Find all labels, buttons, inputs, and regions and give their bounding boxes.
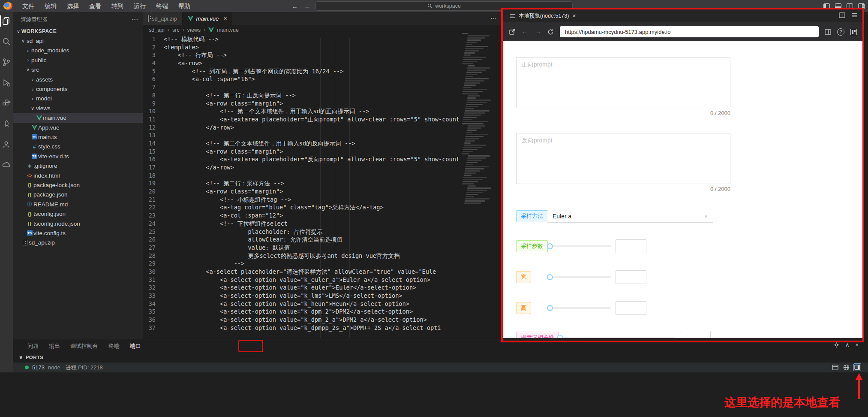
port-row[interactable]: 5173 node - 进程 PID: 2218: [13, 363, 868, 372]
breadcrumb[interactable]: sd_api›src›views›main.vue: [143, 25, 503, 35]
tree-item-main-vue[interactable]: main.vue: [13, 113, 143, 123]
menu-item-3[interactable]: 查看: [84, 0, 106, 12]
tree-item-sd-api[interactable]: ∨sd_api: [13, 36, 143, 45]
preview-in-editor-icon[interactable]: [853, 363, 861, 371]
rocket-icon[interactable]: [2, 119, 11, 129]
tree-item-model[interactable]: ›model: [13, 94, 143, 103]
editor-more-actions-icon[interactable]: ⋯: [490, 15, 497, 21]
param-input-0[interactable]: [616, 239, 646, 253]
tree-item-tsconfig-json[interactable]: {}tsconfig.json: [13, 209, 143, 218]
slider-handle[interactable]: [557, 335, 563, 338]
gear-icon[interactable]: [833, 342, 839, 348]
panel-close-icon[interactable]: ×: [855, 341, 859, 348]
preview-forward-icon[interactable]: →: [535, 28, 541, 36]
minimap[interactable]: [462, 33, 489, 210]
menu-item-1[interactable]: 编辑: [39, 0, 62, 12]
cloud-icon[interactable]: [2, 160, 11, 170]
tree-item-style-css[interactable]: #style.css: [13, 142, 143, 151]
extensions-icon[interactable]: [2, 99, 11, 108]
code-editor[interactable]: 1<!-- 模板代码 -->2<template>3 <!-- 行布局 -->4…: [143, 35, 461, 338]
preview-split-layout-icon[interactable]: [839, 12, 845, 18]
tree-item-app-vue[interactable]: App.vue: [13, 123, 143, 132]
search-icon[interactable]: [2, 37, 11, 46]
menu-item-0[interactable]: 文件: [17, 0, 39, 12]
menu-item-2[interactable]: 选择: [62, 0, 84, 12]
tree-item-label: vite-env.d.ts: [38, 153, 69, 160]
breadcrumb-item[interactable]: sd_api: [149, 27, 165, 33]
panel-tab-1[interactable]: 输出: [45, 341, 64, 352]
split-editor-icon[interactable]: [847, 3, 853, 9]
tree-item-index-html[interactable]: <>index.html: [13, 171, 143, 180]
panel-tab-ports[interactable]: 端口: [126, 341, 145, 352]
menu-item-4[interactable]: 转到: [106, 0, 129, 12]
customize-layout-icon[interactable]: [858, 3, 865, 9]
negative-prompt-textarea[interactable]: [516, 133, 730, 184]
slider-handle[interactable]: [547, 305, 553, 311]
minimap-mark: [465, 80, 484, 82]
open-external-icon[interactable]: [509, 28, 516, 35]
ports-chevron-icon[interactable]: ∨: [19, 354, 23, 360]
panel-maximize-icon[interactable]: ∧: [845, 341, 850, 348]
param-slider-2[interactable]: [548, 305, 611, 311]
run-debug-icon[interactable]: [2, 78, 11, 88]
tree-item-components[interactable]: ›components: [13, 84, 143, 94]
tree-item-main-ts[interactable]: TSmain.ts: [13, 132, 143, 142]
toggle-sidebar-icon[interactable]: [823, 3, 830, 9]
editor-tab-main-vue[interactable]: main.vue×: [183, 12, 233, 25]
preview-url-input[interactable]: [560, 26, 819, 37]
menu-item-7[interactable]: 帮助: [173, 0, 195, 12]
explorer-icon[interactable]: [2, 16, 11, 26]
tree-item-readme-md[interactable]: ⓘREADME.md: [13, 199, 143, 209]
param-slider-0[interactable]: [548, 243, 611, 249]
tree-item-tsconfig-node-json[interactable]: {}tsconfig.node.json: [13, 219, 143, 228]
breadcrumb-item[interactable]: main.vue: [217, 27, 239, 33]
panel-tab-3[interactable]: 终端: [104, 341, 124, 352]
tree-item-public[interactable]: ›public: [13, 55, 143, 65]
editor-tab-sd-api-zip[interactable]: sd_api.zip: [143, 12, 183, 25]
tree-item-src[interactable]: ∨src: [13, 65, 143, 75]
tree-item-package-lock-json[interactable]: {}package-lock.json: [13, 180, 143, 190]
breadcrumb-item[interactable]: src: [172, 27, 180, 33]
panel-tab-2[interactable]: 调试控制台: [66, 341, 102, 352]
history-back-icon[interactable]: ←: [291, 3, 298, 10]
preview-tab-title[interactable]: 本地预览(node:5173): [519, 12, 569, 20]
tree-item-package-json[interactable]: {}package.json: [13, 190, 143, 199]
slider-handle[interactable]: [547, 274, 553, 280]
tree-item--gitignore[interactable]: ◈.gitignore: [13, 161, 143, 170]
tab-close-icon[interactable]: ×: [223, 15, 227, 22]
history-forward-icon[interactable]: →: [304, 3, 310, 10]
tree-item-assets[interactable]: ›assets: [13, 75, 143, 84]
param-input-3[interactable]: [680, 331, 711, 338]
toggle-panel-icon[interactable]: [835, 3, 841, 9]
param-slider-3[interactable]: [558, 335, 674, 338]
tree-item-vite-config-ts[interactable]: TSvite.config.ts: [13, 228, 143, 238]
param-input-2[interactable]: [616, 301, 646, 315]
tree-item-views[interactable]: ∨views: [13, 103, 143, 113]
slider-handle[interactable]: [547, 243, 553, 249]
tree-item-sd-api-zip[interactable]: sd_api.zip: [13, 238, 143, 248]
preview-device-split-icon[interactable]: [825, 29, 831, 35]
preview-tab-close-icon[interactable]: ×: [572, 12, 576, 19]
preview-back-icon[interactable]: ←: [522, 28, 529, 36]
preview-menu-icon[interactable]: [851, 12, 858, 18]
tree-item-node-modules[interactable]: ›node_modules: [13, 46, 143, 55]
sampler-select[interactable]: Euler a ∨: [547, 210, 713, 223]
help-icon[interactable]: ?: [837, 28, 844, 36]
param-slider-1[interactable]: [548, 274, 611, 280]
tree-item-vite-env-d-ts[interactable]: TSvite-env.d.ts: [13, 151, 143, 161]
open-in-browser-globe-icon[interactable]: [842, 363, 850, 371]
open-in-editor-icon[interactable]: [831, 363, 839, 371]
menu-item-5[interactable]: 运行: [129, 0, 151, 12]
panel-tab-0[interactable]: 问题: [23, 341, 43, 352]
preview-reload-icon[interactable]: [547, 29, 554, 35]
positive-prompt-textarea[interactable]: [516, 57, 730, 108]
tree-item-workspace[interactable]: ∨WORKSPACE: [13, 27, 143, 36]
qr-code-icon[interactable]: [850, 29, 857, 35]
menu-item-6[interactable]: 终端: [151, 0, 173, 12]
source-control-icon[interactable]: [2, 57, 11, 67]
slider-rail: [548, 245, 611, 247]
account-icon[interactable]: [2, 140, 11, 149]
breadcrumb-item[interactable]: views: [187, 27, 201, 33]
explorer-more-actions-icon[interactable]: ⋯: [132, 15, 138, 23]
param-input-1[interactable]: [616, 270, 646, 284]
